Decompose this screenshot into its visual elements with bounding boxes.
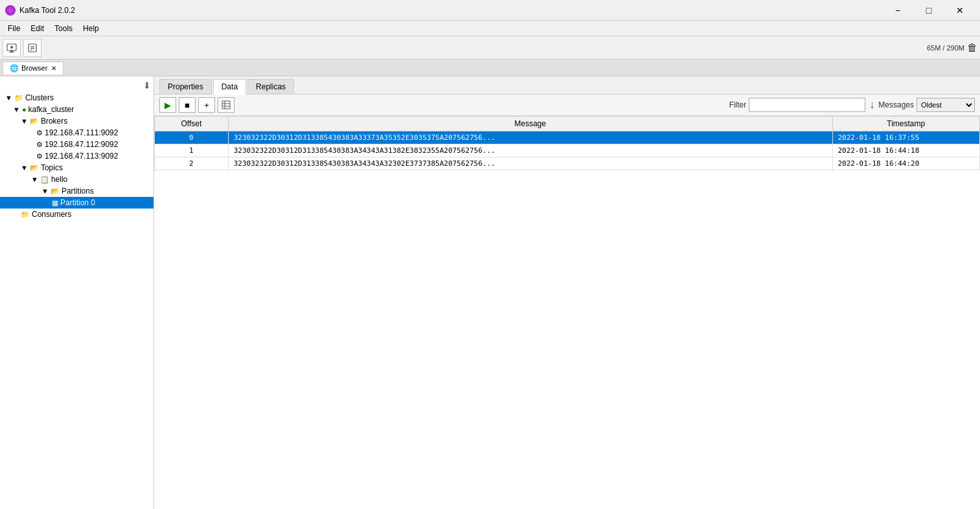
tab-data-label: Data: [222, 82, 238, 91]
content-panel: Properties Data Replicas ▶ ■ + F: [154, 76, 980, 509]
tree-row-brokers[interactable]: ▼ 📂 Brokers: [0, 115, 154, 127]
cell-timestamp: 2022-01-18 16:37:55: [832, 131, 980, 144]
new-connection-button[interactable]: [3, 39, 21, 57]
browser-tab[interactable]: 🌐 Browser ✕: [3, 62, 63, 74]
table-icon: [222, 100, 231, 109]
svg-rect-8: [222, 101, 230, 109]
kafka-cluster-label: kafka_cluster: [28, 105, 74, 114]
gc-button[interactable]: 🗑: [967, 42, 977, 54]
col-header-message: Message: [228, 117, 832, 131]
tree-brokers: ▼ 📂 Brokers ⚙ 192.168.47.111:9092 ⚙ 192.…: [0, 115, 154, 162]
tree-row-broker-2[interactable]: ⚙ 192.168.47.113:9092: [0, 150, 154, 162]
sort-icon[interactable]: ↓: [869, 99, 874, 111]
table-row[interactable]: 1 323032322D30312D313385430383A34343A313…: [155, 144, 980, 157]
menu-help[interactable]: Help: [78, 23, 104, 34]
monitor-icon: [6, 43, 17, 53]
add-message-button[interactable]: +: [198, 97, 215, 113]
table-row[interactable]: 2 323032322D30312D313385430383A34343A323…: [155, 157, 980, 170]
cluster-status-icon: ●: [22, 106, 27, 113]
tab-replicas[interactable]: Replicas: [247, 79, 294, 94]
partition0-label: Partition 0: [60, 198, 95, 207]
play-button[interactable]: ▶: [159, 97, 176, 113]
expand-icon-cluster: ▼: [13, 106, 20, 113]
tree-row-broker-1[interactable]: ⚙ 192.168.47.112:9092: [0, 139, 154, 150]
clusters-label: Clusters: [25, 93, 54, 102]
main-toolbar: 65M / 290M 🗑: [0, 36, 980, 60]
topics-label: Topics: [41, 163, 63, 172]
app-icon: [5, 5, 16, 16]
broker-label-2: 192.168.47.113:9092: [45, 152, 118, 161]
minimize-button[interactable]: −: [883, 0, 913, 21]
tab-properties-label: Properties: [168, 82, 203, 91]
collapse-button[interactable]: ⬇: [143, 80, 151, 91]
tab-properties[interactable]: Properties: [159, 79, 212, 94]
tree-row-consumers[interactable]: 📁 Consumers: [0, 209, 154, 220]
tree-row-kafka-cluster[interactable]: ▼ ● kafka_cluster: [0, 104, 154, 115]
import-icon: [27, 43, 38, 53]
sidebar-header: ⬇: [0, 79, 154, 92]
memory-text: 65M / 290M: [927, 44, 964, 52]
messages-table: Offset Message Timestamp 0 323032322D303…: [154, 116, 980, 170]
cell-timestamp: 2022-01-18 16:44:20: [832, 157, 980, 170]
tab-close-button[interactable]: ✕: [51, 65, 56, 72]
title-controls: − □ ✕: [883, 0, 975, 21]
cell-timestamp: 2022-01-18 16:44:18: [832, 144, 980, 157]
tab-data[interactable]: Data: [213, 79, 246, 95]
hello-topic-icon: 📋: [40, 175, 49, 184]
messages-label: Messages: [878, 100, 914, 109]
broker-label-0: 192.168.47.111:9092: [45, 128, 118, 137]
filter-label: Filter: [729, 100, 747, 109]
svg-point-3: [10, 46, 13, 49]
broker-icon-1: ⚙: [36, 141, 43, 149]
cell-message: 323032322D30312D313385430383A34343A32302…: [228, 157, 832, 170]
messages-select[interactable]: Oldest Newest Custom: [917, 98, 975, 112]
menu-edit[interactable]: Edit: [25, 23, 49, 34]
table-row[interactable]: 0 323032322D30312D313385430383A33373A353…: [155, 131, 980, 144]
cell-message: 323032322D30312D313385430383A34343A31382…: [228, 144, 832, 157]
tree-partitions: ▼ 📂 Partitions ▦ Partition 0: [0, 185, 154, 209]
data-toolbar: ▶ ■ + Filter ↓ Messages Oldest Newest Cu…: [154, 95, 980, 116]
tree-row-topics[interactable]: ▼ 📂 Topics: [0, 162, 154, 174]
clusters-folder-icon: 📁: [14, 94, 23, 102]
col-header-timestamp: Timestamp: [832, 117, 980, 131]
expand-icon: ▼: [5, 94, 12, 102]
consumers-label: Consumers: [32, 210, 71, 219]
memory-display: 65M / 290M 🗑: [927, 42, 977, 54]
tree-hello: ▼ 📋 hello ▼ 📂 Partitions: [0, 174, 154, 209]
broker-icon-2: ⚙: [36, 152, 43, 161]
brokers-label: Brokers: [41, 117, 67, 126]
maximize-button[interactable]: □: [914, 0, 944, 21]
cell-offset: 0: [155, 131, 229, 144]
topics-folder-icon: 📂: [30, 164, 39, 172]
filter-input[interactable]: [749, 98, 865, 112]
cell-message: 323032322D30312D313385430383A33373A35352…: [228, 131, 832, 144]
svg-rect-1: [10, 51, 13, 52]
tree-row-hello[interactable]: ▼ 📋 hello: [0, 174, 154, 185]
tree-row-partition-0[interactable]: ▦ Partition 0: [0, 197, 154, 209]
stop-button[interactable]: ■: [179, 97, 196, 113]
col-header-offset: Offset: [155, 117, 229, 131]
partition-icon: ▦: [52, 199, 58, 207]
menu-bar: File Edit Tools Help: [0, 21, 980, 36]
tree-row-partitions[interactable]: ▼ 📂 Partitions: [0, 185, 154, 197]
sidebar: ⬇ ▼ 📁 Clusters ▼ ● kafka_cluster: [0, 76, 154, 509]
tree-row-broker-0[interactable]: ⚙ 192.168.47.111:9092: [0, 127, 154, 139]
svg-rect-2: [9, 52, 14, 52]
expand-icon-topics: ▼: [21, 164, 28, 172]
content-tabs: Properties Data Replicas: [154, 76, 980, 95]
close-button[interactable]: ✕: [945, 0, 975, 21]
tree-row-clusters[interactable]: ▼ 📁 Clusters: [0, 92, 154, 104]
cell-offset: 2: [155, 157, 229, 170]
menu-tools[interactable]: Tools: [49, 23, 78, 34]
tree-clusters: ▼ 📁 Clusters ▼ ● kafka_cluster ▼ 📂: [0, 92, 154, 220]
table-view-button[interactable]: [218, 97, 234, 113]
menu-file[interactable]: File: [3, 23, 25, 34]
consumers-folder-icon: 📁: [21, 210, 30, 219]
tab-replicas-label: Replicas: [256, 82, 286, 91]
tab-bar: 🌐 Browser ✕: [0, 60, 980, 76]
broker-icon-0: ⚙: [36, 129, 43, 137]
import-button[interactable]: [23, 39, 41, 57]
expand-icon-hello: ▼: [31, 175, 38, 183]
table-body: 0 323032322D30312D313385430383A33373A353…: [155, 131, 980, 170]
expand-icon-brokers: ▼: [21, 117, 28, 125]
